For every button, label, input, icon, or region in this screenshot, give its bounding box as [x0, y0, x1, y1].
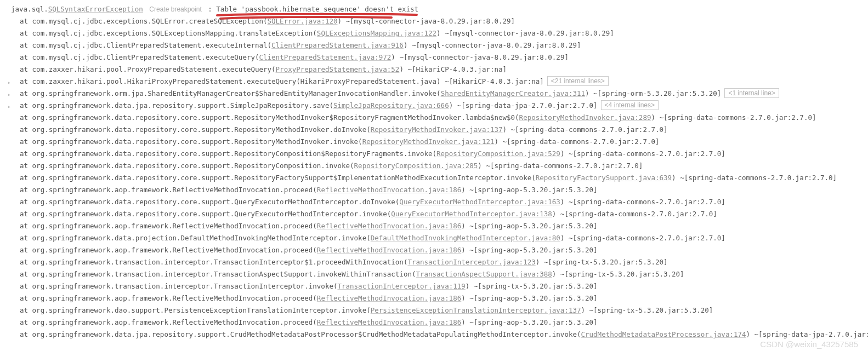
source-link[interactable]: SQLExceptionsMapping.java:122 — [317, 29, 436, 37]
frame-jar: ) ~[spring-data-commons-2.7.0.jar:2.7.0] — [560, 198, 725, 206]
frame-location: at org.springframework.data.repository.c… — [20, 137, 362, 146]
collapsed-frames-badge[interactable]: <21 internal lines> — [547, 76, 609, 86]
frame-location: at org.springframework.transaction.inter… — [20, 270, 416, 278]
source-link[interactable]: RepositoryMethodInvoker.java:121 — [362, 137, 495, 146]
frame-jar: ) ~[spring-data-commons-2.7.0.jar:2.7.0] — [672, 174, 837, 182]
source-link[interactable]: TransactionInterceptor.java:119 — [337, 282, 465, 290]
stack-frame: at com.mysql.cj.jdbc.ClientPreparedState… — [5, 39, 868, 51]
frame-jar: ) ~[spring-data-jpa-2.7.0.jar:2.7.0] — [746, 330, 868, 338]
frame-jar: ) ~[spring-data-commons-2.7.0.jar:2.7.0] — [560, 234, 725, 242]
stack-frame: at org.springframework.data.repository.c… — [5, 136, 868, 148]
frame-location: at org.springframework.transaction.inter… — [20, 282, 337, 290]
stack-frame: at org.springframework.data.repository.c… — [5, 196, 868, 208]
stack-frame: ▸at org.springframework.orm.jpa.SharedEn… — [5, 88, 868, 100]
frame-jar: ) ~[spring-data-commons-2.7.0.jar:2.7.0] — [494, 137, 659, 146]
frame-location: at org.springframework.data.projection.D… — [20, 234, 371, 242]
source-link[interactable]: RepositoryFactorySupport.java:639 — [536, 174, 672, 182]
frame-jar: ) ~[spring-data-commons-2.7.0.jar:2.7.0] — [503, 125, 668, 134]
fold-toggle-icon[interactable]: ▸ — [5, 77, 13, 84]
source-link[interactable]: ReflectiveMethodInvocation.java:186 — [317, 318, 461, 326]
stack-frame: at org.springframework.transaction.inter… — [5, 280, 868, 292]
exception-header: java.sql.SQLSyntaxErrorException Create … — [5, 3, 868, 15]
source-link[interactable]: SimpleJpaRepository.java:666 — [333, 101, 449, 110]
stack-frame: at org.springframework.data.projection.D… — [5, 232, 868, 244]
stack-frame: ▸at org.springframework.data.jpa.reposit… — [5, 100, 868, 112]
source-link[interactable]: ClientPreparedStatement.java:972 — [259, 53, 392, 61]
stack-frame: at com.mysql.cj.jdbc.exceptions.SQLExcep… — [5, 27, 868, 39]
frame-location: at com.mysql.cj.jdbc.ClientPreparedState… — [20, 53, 259, 61]
frame-location: at com.zaxxer.hikari.pool.HikariProxyPre… — [20, 77, 544, 85]
stack-trace: java.sql.SQLSyntaxErrorException Create … — [0, 0, 868, 344]
collapsed-frames-badge[interactable]: <1 internal line> — [724, 88, 779, 98]
frame-location: at org.springframework.data.repository.c… — [20, 149, 436, 158]
frame-jar: ) ~[spring-aop-5.3.20.jar:5.3.20] — [461, 246, 597, 254]
stack-frame: at org.springframework.aop.framework.Ref… — [5, 244, 868, 256]
source-link[interactable]: ReflectiveMethodInvocation.java:186 — [317, 186, 461, 194]
stack-frame: at org.springframework.data.repository.c… — [5, 124, 868, 136]
frame-jar: ) ~[HikariCP-4.0.3.jar:na] — [399, 65, 507, 73]
stack-frame: at org.springframework.data.repository.c… — [5, 172, 868, 184]
fold-toggle-icon[interactable]: ▸ — [5, 101, 13, 108]
source-link[interactable]: TransactionInterceptor.java:123 — [407, 258, 535, 266]
frame-location: at com.mysql.cj.jdbc.ClientPreparedState… — [20, 41, 271, 49]
frame-location: at org.springframework.data.jpa.reposito… — [20, 330, 581, 338]
source-link[interactable]: TransactionAspectSupport.java:388 — [416, 270, 552, 278]
source-link[interactable]: QueryExecutorMethodInterceptor.java:163 — [399, 198, 560, 206]
stack-frame: at org.springframework.aop.framework.Ref… — [5, 292, 868, 304]
source-link[interactable]: RepositoryMethodInvoker.java:137 — [371, 125, 503, 134]
frame-location: at org.springframework.aop.framework.Ref… — [20, 294, 317, 302]
stack-frame: at com.mysql.cj.jdbc.exceptions.SQLError… — [5, 15, 868, 27]
stack-frame: at com.zaxxer.hikari.pool.ProxyPreparedS… — [5, 64, 868, 76]
create-breakpoint-button[interactable]: Create breakpoint — [147, 5, 203, 13]
source-link[interactable]: ProxyPreparedStatement.java:52 — [276, 65, 400, 73]
source-link[interactable]: ReflectiveMethodInvocation.java:186 — [317, 246, 461, 254]
source-link[interactable]: RepositoryComposition.java:529 — [436, 149, 560, 158]
exception-package: java.sql. — [11, 5, 48, 13]
stack-frame: at org.springframework.data.repository.c… — [5, 160, 868, 172]
frame-jar: ) ~[mysql-connector-java-8.0.29.jar:8.0.… — [404, 41, 581, 49]
frame-location: at com.mysql.cj.jdbc.exceptions.SQLExcep… — [20, 29, 317, 37]
source-link[interactable]: CrudMethodMetadataPostProcessor.java:174 — [581, 330, 746, 338]
stack-frame: at org.springframework.aop.framework.Ref… — [5, 317, 868, 329]
frame-jar: ) ~[mysql-connector-java-8.0.29.jar:8.0.… — [391, 53, 569, 61]
stack-frame: ▸at com.zaxxer.hikari.pool.HikariProxyPr… — [5, 76, 868, 88]
stack-frame: at org.springframework.data.repository.c… — [5, 112, 868, 124]
source-link[interactable]: QueryExecutorMethodInterceptor.java:138 — [391, 210, 552, 218]
frame-jar: ) ~[spring-aop-5.3.20.jar:5.3.20] — [461, 318, 597, 326]
frame-jar: ) ~[spring-data-jpa-2.7.0.jar:2.7.0] — [449, 101, 598, 110]
exception-colon: : — [208, 5, 216, 13]
frame-jar: ) ~[spring-aop-5.3.20.jar:5.3.20] — [461, 186, 597, 194]
source-link[interactable]: SharedEntityManagerCreator.java:311 — [441, 89, 585, 97]
source-link[interactable]: RepositoryMethodInvoker.java:289 — [519, 113, 651, 122]
frame-jar: ) ~[spring-tx-5.3.20.jar:5.3.20] — [552, 270, 684, 278]
source-link[interactable]: DefaultMethodInvokingMethodInterceptor.j… — [371, 234, 560, 242]
frame-location: at org.springframework.orm.jpa.SharedEnt… — [20, 89, 441, 97]
fold-toggle-icon[interactable]: ▸ — [5, 89, 13, 96]
stack-frame: at com.mysql.cj.jdbc.ClientPreparedState… — [5, 51, 868, 64]
frame-location: at org.springframework.aop.framework.Ref… — [20, 318, 317, 326]
exception-message: Table 'passbook.hibernate_sequence' does… — [216, 3, 418, 15]
stack-frame: at org.springframework.data.repository.c… — [5, 208, 868, 220]
frame-jar: ) ~[spring-data-commons-2.7.0.jar:2.7.0] — [560, 149, 725, 158]
frame-location: at org.springframework.data.repository.c… — [20, 113, 519, 122]
frame-location: at org.springframework.data.repository.c… — [20, 162, 354, 170]
source-link[interactable]: RepositoryComposition.java:285 — [354, 162, 478, 170]
source-link[interactable]: ReflectiveMethodInvocation.java:186 — [317, 294, 461, 302]
exception-class-link[interactable]: SQLSyntaxErrorException — [48, 5, 143, 13]
frame-jar: ) ~[spring-aop-5.3.20.jar:5.3.20] — [461, 222, 597, 230]
frame-location: at org.springframework.data.repository.c… — [20, 210, 391, 218]
source-link[interactable]: ClientPreparedStatement.java:916 — [271, 41, 404, 49]
frame-location: at com.mysql.cj.jdbc.exceptions.SQLError… — [20, 17, 268, 25]
source-link[interactable]: PersistenceExceptionTranslationIntercept… — [371, 306, 581, 314]
frame-location: at org.springframework.aop.framework.Ref… — [20, 222, 317, 230]
stack-frame: at org.springframework.data.jpa.reposito… — [5, 329, 868, 341]
stack-frame: at org.springframework.aop.framework.Ref… — [5, 220, 868, 232]
source-link[interactable]: ReflectiveMethodInvocation.java:186 — [317, 222, 461, 230]
stack-frame: at org.springframework.dao.support.Persi… — [5, 304, 868, 317]
source-link[interactable]: SQLError.java:120 — [268, 17, 338, 25]
frame-location: at org.springframework.data.jpa.reposito… — [20, 101, 333, 110]
stack-frame: at org.springframework.aop.framework.Ref… — [5, 184, 868, 196]
collapsed-frames-badge[interactable]: <4 internal lines> — [601, 100, 659, 110]
frame-jar: ) ~[spring-aop-5.3.20.jar:5.3.20] — [461, 294, 597, 302]
stack-frame: at org.springframework.data.repository.c… — [5, 148, 868, 160]
